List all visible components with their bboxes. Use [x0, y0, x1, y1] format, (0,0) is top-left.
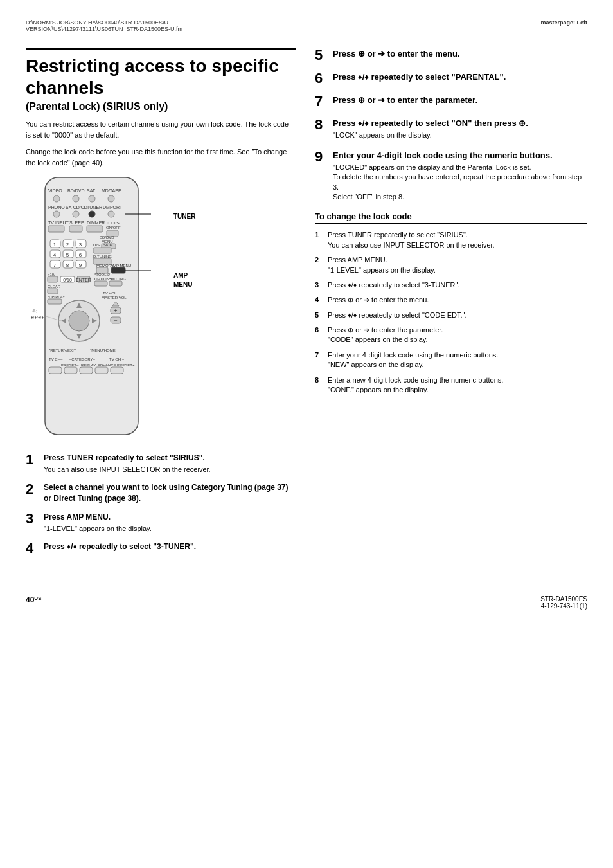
step-3: 3 Press AMP MENU. "1-LEVEL" appears on t…	[26, 512, 296, 534]
left-column: Restricting access to specific channels …	[26, 48, 296, 563]
svg-text:>10/-: >10/-	[48, 273, 57, 276]
step-9-number: 9	[315, 150, 328, 164]
change-lock-step-8: 8 Enter a new 4-digit lock code using th…	[315, 375, 587, 395]
change-lock-step-1-num: 1	[315, 230, 324, 250]
svg-text:9: 9	[79, 262, 82, 268]
svg-text:TUNER: TUNER	[87, 205, 102, 210]
remote-svg: VIDEO BD/DVD SAT MD/TAPE PHONO	[26, 174, 157, 444]
change-lock-step-7-num: 7	[315, 350, 324, 370]
change-lock-step-7: 7 Enter your 4-digit lock code using the…	[315, 350, 587, 370]
step-4-number: 4	[26, 541, 39, 556]
header-path: D:\NORM'S JOB\SONY HA\SO0040\STR-DA1500E…	[26, 19, 182, 32]
step-8: 8 Press ♦/♦ repeatedly to select "ON" th…	[315, 118, 587, 141]
change-lock-step-5-content: Press ♦/♦ repeatedly to select "CODE EDT…	[328, 311, 587, 320]
change-lock-heading: To change the lock code	[315, 212, 587, 224]
step-2-title: Select a channel you want to lock using …	[44, 482, 296, 504]
step-4-content: Press ♦/♦ repeatedly to select "3-TUNER"…	[44, 541, 296, 552]
page-footer: 40US STR-DA1500ES 4-129-743-11(1)	[0, 589, 613, 616]
step-3-content: Press AMP MENU. "1-LEVEL" appears on the…	[44, 512, 296, 534]
svg-text:BD/DVD: BD/DVD	[100, 235, 114, 239]
step-3-number: 3	[26, 512, 39, 526]
svg-text:TOOLS/: TOOLS/	[106, 221, 120, 225]
change-lock-step-6-content: Press ⊕ or ➔ to enter the parameter. "CO…	[328, 325, 587, 345]
intro-paragraph-2: Change the lock code before you use this…	[26, 147, 296, 168]
page-number: 40	[26, 595, 34, 604]
intro-paragraph-1: You can restrict access to certain chann…	[26, 119, 296, 140]
step-3-body: "1-LEVEL" appears on the display.	[44, 524, 296, 534]
svg-text:0/10: 0/10	[63, 278, 72, 282]
svg-rect-18	[48, 226, 64, 232]
step-1: 1 Press TUNER repeatedly to select "SIRI…	[26, 453, 296, 475]
change-lock-step-8-num: 8	[315, 375, 324, 395]
svg-text:SAT: SAT	[87, 188, 96, 193]
page-subtitle: (Parental Lock) (SIRIUS only)	[26, 101, 296, 113]
svg-text:MASTER VOL: MASTER VOL	[102, 296, 127, 300]
change-lock-step-6-num: 6	[315, 325, 324, 345]
svg-point-12	[73, 211, 79, 217]
step-7-content: Press ⊕ or ➔ to enter the parameter.	[333, 95, 587, 106]
change-lock-step-5-num: 5	[315, 311, 324, 320]
svg-rect-20	[69, 226, 82, 232]
svg-text:2: 2	[66, 242, 69, 248]
svg-text:TV VOL.: TV VOL.	[103, 291, 118, 295]
step-7: 7 Press ⊕ or ➔ to enter the parameter.	[315, 95, 587, 109]
svg-text:TV CH–: TV CH–	[49, 357, 63, 361]
svg-rect-96	[64, 367, 77, 374]
change-lock-step-8-content: Enter a new 4-digit lock code using the …	[328, 375, 587, 395]
svg-rect-66	[94, 281, 107, 286]
change-lock-step-5: 5 Press ♦/♦ repeatedly to select "CODE E…	[315, 311, 587, 320]
step-7-title: Press ⊕ or ➔ to enter the parameter.	[333, 95, 587, 106]
svg-text:BD/DVD: BD/DVD	[67, 188, 84, 193]
svg-rect-62	[48, 289, 58, 294]
svg-text:6: 6	[79, 252, 82, 258]
step-1-number: 1	[26, 453, 39, 467]
step-5-number: 5	[315, 48, 328, 62]
svg-text:−: −	[114, 317, 117, 323]
svg-text:DISC SKIP: DISC SKIP	[93, 243, 112, 247]
svg-text:TV INPUT: TV INPUT	[48, 221, 69, 225]
svg-rect-22	[87, 226, 103, 232]
svg-point-14	[89, 211, 95, 217]
section-title: Restricting access to specific channels …	[26, 48, 296, 113]
left-steps: 1 Press TUNER repeatedly to select "SIRI…	[26, 453, 296, 556]
svg-text:⊕;: ⊕;	[32, 309, 37, 313]
header-masterpage: masterpage: Left	[540, 19, 587, 32]
step-5-content: Press ⊕ or ➔ to enter the menu.	[333, 48, 587, 60]
svg-rect-99	[111, 367, 123, 374]
svg-rect-56	[48, 276, 58, 282]
step-6-number: 6	[315, 71, 328, 86]
change-lock-step-3-content: Press ♦/♦ repeatedly to select "3-TUNER"…	[328, 280, 587, 290]
svg-text:5: 5	[66, 252, 69, 258]
remote-side-labels: TUNER AMP MENU	[173, 174, 195, 321]
step-4: 4 Press ♦/♦ repeatedly to select "3-TUNE…	[26, 541, 296, 556]
step-9-content: Enter your 4-digit lock code using the n…	[333, 150, 587, 203]
step-6-title: Press ♦/♦ repeatedly to select "PARENTAL…	[333, 71, 587, 83]
svg-rect-69	[48, 299, 62, 304]
svg-text:REPLAY: REPLAY	[81, 363, 96, 367]
svg-text:VIDEO: VIDEO	[48, 188, 62, 193]
svg-text:4: 4	[53, 252, 57, 258]
step-9-body: "LOCKED" appears on the display and the …	[333, 163, 587, 203]
svg-rect-67	[109, 281, 122, 286]
svg-text:1: 1	[53, 242, 57, 248]
svg-text:ENTER: ENTER	[76, 278, 91, 282]
svg-text:TV CH +: TV CH +	[109, 357, 125, 361]
svg-rect-98	[95, 367, 108, 374]
step-9: 9 Enter your 4-digit lock code using the…	[315, 150, 587, 203]
step-6: 6 Press ♦/♦ repeatedly to select "PARENT…	[315, 71, 587, 86]
svg-text:♦/♦/♦/♦: ♦/♦/♦/♦	[31, 315, 44, 320]
svg-text:–CATEGORY–: –CATEGORY–	[69, 357, 95, 361]
step-8-number: 8	[315, 118, 328, 132]
step-1-body: You can also use INPUT SELECTOR on the r…	[44, 465, 296, 475]
svg-text:*MUTING: *MUTING	[109, 277, 126, 281]
change-lock-step-4-num: 4	[315, 295, 324, 305]
step-2: 2 Select a channel you want to lock usin…	[26, 482, 296, 504]
svg-text:SA-CD/CD: SA-CD/CD	[66, 205, 87, 210]
svg-text:+: +	[114, 307, 117, 314]
remote-image: VIDEO BD/DVD SAT MD/TAPE PHONO	[26, 174, 167, 446]
svg-point-6	[89, 195, 95, 202]
change-lock-step-2: 2 Press AMP MENU. "1-LEVEL" appears on t…	[315, 255, 587, 275]
page-title: Restricting access to specific channels	[26, 55, 296, 98]
step-2-content: Select a channel you want to lock using …	[44, 482, 296, 504]
step-8-body: "LOCK" appears on the display.	[333, 131, 587, 140]
